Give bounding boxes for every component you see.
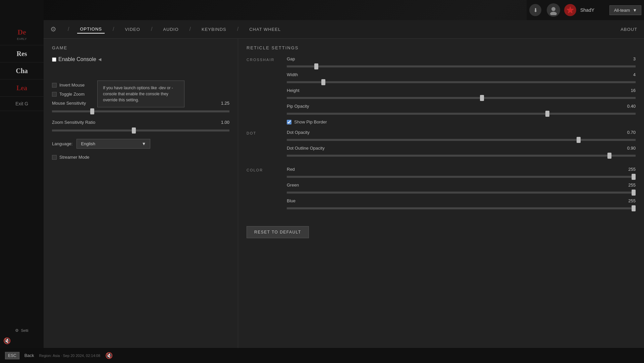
gap-slider[interactable] — [287, 65, 636, 67]
avatar — [547, 3, 560, 17]
bottom-mute-icon[interactable]: 🔇 — [105, 352, 113, 359]
red-value: 255 — [628, 167, 636, 172]
enable-console-row: Enable Console ◀ — [52, 56, 229, 62]
zoom-sensitivity-row: Zoom Sensitivity Ratio 1.00 — [52, 120, 229, 133]
nav-gear-icon: ⚙ — [50, 25, 56, 33]
download-icon[interactable]: ⬇ — [529, 4, 541, 16]
tab-keybinds[interactable]: KEYBINDS — [199, 25, 229, 33]
toggle-zoom-label: Toggle Zoom — [59, 92, 85, 97]
tab-audio[interactable]: AUDIO — [160, 25, 181, 33]
show-pip-border-label: Show Pip Border — [294, 119, 327, 124]
reticle-settings-panel: RETICLE SETTINGS CROSSHAIR Gap 3 — [238, 39, 644, 363]
back-label[interactable]: Back — [24, 353, 34, 358]
nav-sep-2: / — [113, 26, 114, 32]
options-panel: ⚙ / OPTIONS / VIDEO / AUDIO / KEYBINDS /… — [44, 20, 644, 363]
dot-opacity-slider[interactable] — [287, 139, 636, 141]
nav-sep-5: / — [237, 26, 238, 32]
blue-label: Blue — [287, 198, 296, 203]
language-chevron-icon: ▼ — [142, 141, 146, 146]
dot-outline-opacity-label: Dot Outline Opacity — [287, 146, 325, 151]
enable-console-checkbox[interactable] — [52, 57, 56, 62]
invert-mouse-label: Invert Mouse — [59, 83, 85, 88]
game-section-title: GAME — [52, 45, 229, 50]
green-slider[interactable] — [287, 192, 636, 194]
dot-outline-opacity-value: 0.90 — [627, 146, 636, 151]
dot-group: DOT Dot Opacity 0.70 Dot Outline Opacity — [247, 130, 636, 161]
tab-video[interactable]: VIDEO — [122, 25, 143, 33]
mouse-sensitivity-slider[interactable] — [52, 110, 229, 112]
green-row: Green 255 — [287, 183, 636, 195]
sidebar-item-exit[interactable]: Exit G — [0, 97, 44, 111]
nav-sep-1: / — [68, 26, 69, 32]
content-area: GAME Enable Console ◀ If you have launch… — [44, 39, 644, 363]
height-slider[interactable] — [287, 97, 636, 99]
zoom-sensitivity-slider[interactable] — [52, 129, 229, 132]
svg-point-1 — [550, 12, 557, 15]
blue-slider[interactable] — [287, 207, 636, 209]
language-label: Language: — [52, 141, 72, 146]
nav-about[interactable]: ABOUT — [621, 27, 637, 32]
reticle-section-title: RETICLE SETTINGS — [247, 45, 636, 50]
color-group: COLOR Red 255 Green 255 — [247, 167, 636, 214]
svg-marker-2 — [567, 7, 574, 13]
rank-icon — [564, 4, 576, 16]
sidebar-item-res[interactable]: De EARLY — [0, 23, 44, 45]
crosshair-group: CROSSHAIR Gap 3 Width 4 — [247, 56, 636, 124]
green-value: 255 — [628, 183, 636, 188]
pip-opacity-slider[interactable] — [287, 113, 636, 115]
pip-opacity-value: 0.40 — [627, 104, 636, 109]
language-select[interactable]: English ▼ — [76, 139, 150, 149]
show-pip-border-row: Show Pip Border — [287, 119, 636, 124]
gap-value: 3 — [633, 56, 636, 61]
streamer-mode-label: Streamer Mode — [59, 155, 90, 160]
sidebar-item-lea[interactable]: Lea — [0, 80, 44, 97]
crosshair-controls: Gap 3 Width 4 — [287, 56, 636, 124]
blue-row: Blue 255 — [287, 198, 636, 211]
sidebar-mute-icon[interactable]: 🔇 — [3, 337, 11, 345]
width-slider[interactable] — [287, 81, 636, 83]
crosshair-group-label: CROSSHAIR — [247, 56, 287, 124]
sidebar-item-cha[interactable]: Cha — [0, 62, 44, 80]
tab-chat-wheel[interactable]: CHAT WHEEL — [247, 25, 283, 33]
zoom-sensitivity-value: 1.00 — [221, 120, 229, 125]
top-bar: ⬇ ShadY All-team ▼ — [527, 0, 644, 20]
width-value: 4 — [633, 72, 636, 77]
tooltip-box: If you have launch options like -dev or … — [97, 81, 184, 107]
zoom-sensitivity-label: Zoom Sensitivity Ratio — [52, 120, 95, 125]
mouse-sensitivity-label: Mouse Sensitivity — [52, 101, 86, 106]
settings-label: Setti — [21, 328, 28, 332]
region-info: Region: Asia · Sep 20 2024, 02:14:08 — [39, 354, 100, 358]
team-dropdown[interactable]: All-team ▼ — [609, 5, 641, 15]
height-row: Height 16 — [287, 88, 636, 100]
dot-outline-opacity-row: Dot Outline Opacity 0.90 — [287, 146, 636, 158]
color-controls: Red 255 Green 255 — [287, 167, 636, 214]
blue-value: 255 — [628, 198, 636, 203]
width-row: Width 4 — [287, 72, 636, 85]
username-label: ShadY — [580, 7, 594, 13]
red-row: Red 255 — [287, 167, 636, 179]
gap-label: Gap — [287, 56, 295, 61]
dot-outline-opacity-slider[interactable] — [287, 155, 636, 157]
sidebar-item-res2[interactable]: Res — [0, 45, 44, 62]
red-slider[interactable] — [287, 176, 636, 178]
toggle-zoom-checkbox[interactable] — [52, 92, 57, 97]
esc-button[interactable]: ESC — [5, 352, 19, 359]
reset-to-default-button[interactable]: RESET TO DEFAULT — [247, 226, 309, 238]
language-value: English — [81, 141, 95, 146]
gear-icon: ⚙ — [15, 328, 19, 333]
pip-opacity-row: Pip Opacity 0.40 — [287, 104, 636, 116]
sidebar-settings[interactable]: ⚙ Setti — [0, 325, 44, 336]
height-label: Height — [287, 88, 300, 93]
enable-console-label: Enable Console — [58, 56, 96, 62]
color-group-label: COLOR — [247, 167, 287, 214]
bottom-bar: ESC Back Region: Asia · Sep 20 2024, 02:… — [0, 348, 644, 363]
datetime-text: Sep 20 2024, 02:14:08 — [63, 354, 100, 358]
invert-mouse-checkbox[interactable] — [52, 83, 57, 88]
show-pip-border-checkbox[interactable] — [287, 120, 291, 124]
dot-group-label: DOT — [247, 130, 287, 161]
tab-options[interactable]: OPTIONS — [77, 25, 105, 34]
dot-opacity-value: 0.70 — [627, 130, 636, 135]
chevron-down-icon: ▼ — [633, 8, 637, 13]
streamer-mode-checkbox[interactable] — [52, 155, 57, 160]
streamer-mode-row: Streamer Mode — [52, 155, 229, 160]
